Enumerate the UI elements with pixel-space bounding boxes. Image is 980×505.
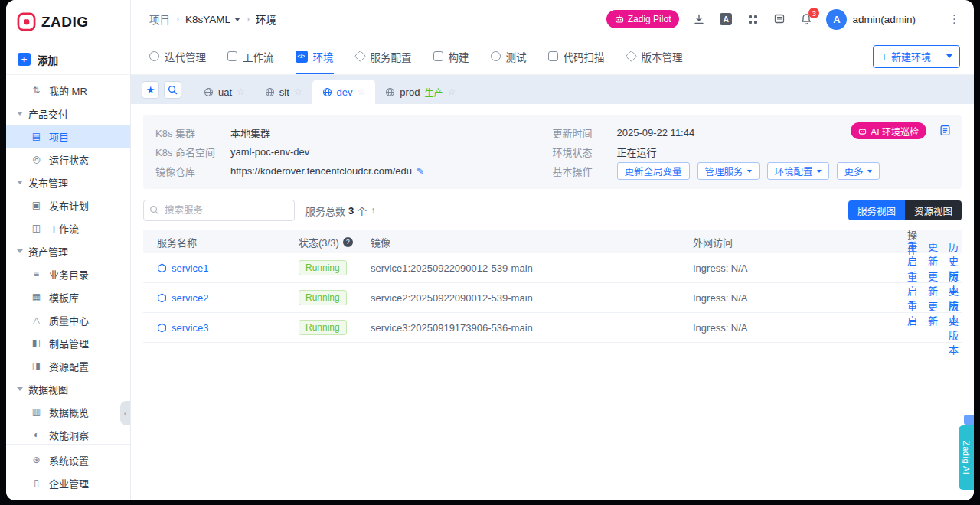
tab-label: 构建 xyxy=(449,49,469,64)
sidebar-item-business-directory[interactable]: ≡ 业务目录 xyxy=(6,262,130,285)
language-icon[interactable] xyxy=(719,12,733,26)
favorite-star-icon[interactable]: ☆ xyxy=(447,86,456,97)
add-button[interactable]: 添加 xyxy=(6,44,130,75)
apps-icon[interactable] xyxy=(746,12,760,26)
sidebar-item-my-mr[interactable]: ⇅ 我的 MR xyxy=(6,79,130,102)
sidebar-group-asset-management[interactable]: 资产管理 xyxy=(6,239,130,262)
edit-pencil-icon[interactable]: ✎ xyxy=(416,166,424,177)
more-menu-icon[interactable]: ⋮ xyxy=(949,12,960,26)
sidebar-group-data-view[interactable]: 数据视图 xyxy=(6,377,130,400)
service-link[interactable]: service1 xyxy=(157,262,208,274)
tab-service-config[interactable]: 服务配置 xyxy=(355,38,412,74)
sidebar-item-enterprise-management[interactable]: ▯ 企业管理 xyxy=(6,471,130,494)
service-link[interactable]: service3 xyxy=(157,322,208,334)
sidebar-item-label: 数据概览 xyxy=(49,405,89,419)
environment-content: K8s 集群 本地集群 K8s 命名空间 yaml-poc-env-dev 镜像… xyxy=(131,104,974,500)
workflow-icon: ◫ xyxy=(31,223,42,233)
chevron-down-icon xyxy=(817,170,822,173)
zadig-ai-tab[interactable]: Zadig AI xyxy=(959,425,974,490)
sidebar-collapse-handle[interactable]: ‹ xyxy=(120,401,130,425)
zadig-logo[interactable]: ZADIG xyxy=(6,0,130,44)
sidebar-item-performance-insight[interactable]: ◐ 效能洞察 xyxy=(6,423,130,444)
tab-environment[interactable]: 环境 xyxy=(296,38,334,74)
collapse-arrow-icon[interactable]: ↑ xyxy=(371,205,375,216)
table-row-service3: service3 Running service3:20250919173906… xyxy=(143,313,962,343)
sidebar-item-running-status[interactable]: ◎ 运行状态 xyxy=(6,148,130,171)
env-tab-sit[interactable]: sit ☆ xyxy=(255,80,312,104)
sidebar-item-label: 效能洞察 xyxy=(49,428,89,442)
more-actions-button[interactable]: 更多 xyxy=(837,162,880,180)
env-search-button[interactable] xyxy=(164,81,181,99)
tab-label: 版本管理 xyxy=(642,49,683,64)
sidebar-group-product-delivery[interactable]: 产品交付 xyxy=(6,102,130,125)
sidebar-item-system-settings[interactable]: ⊛ 系统设置 xyxy=(6,448,130,471)
breadcrumb-separator: › xyxy=(247,14,250,24)
update-link[interactable]: 更新 xyxy=(928,298,938,357)
sidebar-item-template-library[interactable]: ▦ 模板库 xyxy=(6,285,130,308)
tab-test[interactable]: 测试 xyxy=(491,38,527,74)
tab-code-scan[interactable]: 代码扫描 xyxy=(548,38,605,74)
resource-view-button[interactable]: 资源视图 xyxy=(905,200,962,220)
header-actions: Zadig Pilot 3 A xyxy=(606,9,960,30)
report-document-icon[interactable] xyxy=(939,125,951,136)
info-label: 环境状态 xyxy=(553,145,617,159)
sidebar-item-quality-center[interactable]: △ 质量中心 xyxy=(6,308,130,331)
manage-services-button[interactable]: 管理服务 xyxy=(697,162,760,180)
new-environment-main[interactable]: 新建环境 xyxy=(874,46,939,67)
sidebar-item-artifact-management[interactable]: ◧ 制品管理 xyxy=(6,331,130,354)
download-icon[interactable] xyxy=(692,12,706,26)
new-environment-dropdown[interactable] xyxy=(939,46,959,67)
sidebar-item-projects[interactable]: ▤ 项目 xyxy=(6,125,130,148)
iteration-icon xyxy=(149,51,159,61)
sidebar-group-release-management[interactable]: 发布管理 xyxy=(6,171,130,194)
favorite-star-icon[interactable]: ☆ xyxy=(294,86,302,97)
docs-icon[interactable] xyxy=(773,12,786,26)
ai-inspection-button[interactable]: AI 环境巡检 xyxy=(851,122,926,139)
main-area: 项目 › K8sYAML › 环境 Zadig Pilot xyxy=(131,0,974,500)
sidebar-item-workflow[interactable]: ◫ 工作流 xyxy=(6,217,130,239)
restart-link[interactable]: 重启 xyxy=(907,298,917,357)
sidebar-item-label: 业务目录 xyxy=(49,267,89,282)
chevron-down-icon xyxy=(234,18,240,21)
history-link[interactable]: 历史版本 xyxy=(949,298,959,357)
help-icon[interactable] xyxy=(343,237,353,247)
tab-build[interactable]: 构建 xyxy=(433,38,469,74)
new-environment-button[interactable]: 新建环境 xyxy=(873,45,960,68)
favorite-star-icon[interactable]: ☆ xyxy=(237,86,245,97)
table-header-row: 服务名称 状态(3/3) 镜像 外网访问 操作 xyxy=(143,230,962,253)
notifications-bell-icon[interactable]: 3 xyxy=(799,12,813,26)
globe-icon xyxy=(265,87,275,97)
service-hexagon-icon xyxy=(157,323,167,333)
env-tab-uat[interactable]: uat ☆ xyxy=(194,80,255,104)
globe-icon xyxy=(204,87,214,97)
service-link[interactable]: service2 xyxy=(157,292,208,304)
tab-label: 代码扫描 xyxy=(564,49,605,64)
cluster-value: 本地集群 xyxy=(230,125,270,140)
insight-icon: ◐ xyxy=(31,429,42,440)
breadcrumb-projects[interactable]: 项目 xyxy=(149,11,170,27)
env-config-button[interactable]: 环境配置 xyxy=(767,162,829,180)
merge-request-icon: ⇅ xyxy=(31,85,42,96)
zadig-pilot-button[interactable]: Zadig Pilot xyxy=(606,10,680,28)
top-bar: 项目 › K8sYAML › 环境 Zadig Pilot xyxy=(131,0,974,38)
env-tab-prod[interactable]: prod 生产 ☆ xyxy=(375,80,466,104)
access-cell: Ingress: N/A xyxy=(693,292,907,304)
tab-workflow[interactable]: 工作流 xyxy=(227,38,274,74)
tab-iteration-management[interactable]: 迭代管理 xyxy=(149,38,206,74)
sidebar-item-release-plan[interactable]: ▣ 发布计划 xyxy=(6,194,130,217)
service-view-button[interactable]: 服务视图 xyxy=(848,200,905,220)
favorite-filter-button[interactable]: ★ xyxy=(142,81,159,99)
sidebar-item-resource-config[interactable]: ◨ 资源配置 xyxy=(6,354,130,377)
zadig-pilot-label: Zadig Pilot xyxy=(628,14,671,24)
favorite-star-icon[interactable]: ☆ xyxy=(358,86,366,97)
user-menu[interactable]: A admin(admin) xyxy=(826,9,916,30)
search-service-input[interactable] xyxy=(143,200,295,221)
update-global-vars-button[interactable]: 更新全局变量 xyxy=(617,162,690,180)
env-tab-dev[interactable]: dev ☆ xyxy=(312,80,376,104)
breadcrumb-project-selector[interactable]: K8sYAML xyxy=(185,14,240,25)
env-tab-label: prod xyxy=(400,86,420,98)
template-library-icon: ▦ xyxy=(31,292,42,302)
sidebar-item-data-overview[interactable]: ▥ 数据概览 xyxy=(6,400,130,423)
service-name: service3 xyxy=(172,322,208,334)
tab-version-management[interactable]: 版本管理 xyxy=(626,38,683,74)
